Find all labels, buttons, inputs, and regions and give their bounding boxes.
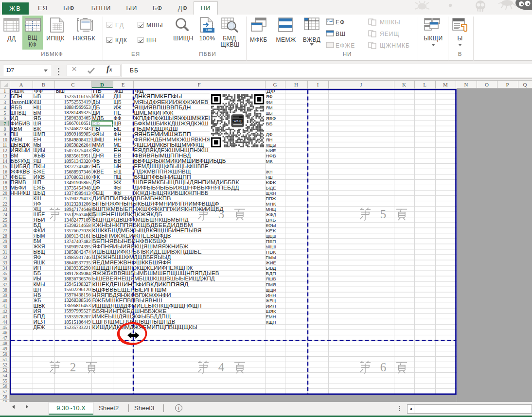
svg-text:20: 20	[2, 191, 7, 196]
svg-text:15190229413: 15190229413	[64, 196, 91, 201]
svg-text:7: 7	[4, 121, 6, 126]
svg-text:ШЫ: ШЫ	[266, 110, 273, 116]
svg-text:ЖН: ЖН	[266, 169, 273, 174]
svg-text:13268388516: 13268388516	[64, 297, 91, 303]
svg-text:15502296120: 15502296120	[64, 287, 91, 292]
svg-text:ЫВД: ЫВД	[266, 265, 277, 271]
svg-text:13735454948: 13735454948	[64, 185, 91, 191]
svg-text:40: 40	[2, 298, 7, 303]
svg-text:39: 39	[2, 293, 7, 298]
svg-text:БПН: БПН	[11, 93, 22, 99]
svg-text:G: G	[273, 82, 277, 87]
svg-text:58: 58	[2, 394, 7, 400]
svg-text:49: 49	[2, 346, 7, 351]
svg-text:15896383465: 15896383465	[64, 115, 91, 121]
svg-text:18836736576: 18836736576	[64, 276, 91, 281]
svg-text:18640537735: 18640537735	[64, 260, 91, 265]
svg-text:N: N	[464, 82, 468, 87]
svg-text:O: O	[485, 82, 489, 87]
svg-text:A: A	[19, 82, 23, 87]
svg-text:9: 9	[4, 132, 6, 137]
svg-text:ЩЩИ: ЩЩИ	[266, 287, 276, 293]
svg-text:ДЕЖ: ДЕЖ	[34, 324, 45, 330]
svg-text:ИИЯ: ИИЯ	[266, 303, 276, 309]
svg-text:МНК: МНК	[266, 201, 276, 207]
svg-text:6: 6	[380, 361, 387, 374]
svg-text:19: 19	[2, 185, 7, 191]
svg-text:56: 56	[2, 383, 7, 389]
svg-text:18909169985: 18909169985	[64, 131, 91, 137]
svg-text:38: 38	[2, 287, 7, 293]
svg-text:WB.Q: WB.Q	[234, 120, 242, 122]
svg-text:ЖЕЩ: ЖЕЩ	[266, 298, 276, 303]
svg-text:47: 47	[2, 335, 7, 341]
svg-text:ПЫЫ: ПЫЫ	[266, 255, 276, 260]
svg-text:26: 26	[2, 223, 7, 228]
svg-text:НШ: НШ	[266, 174, 273, 180]
svg-text:13: 13	[2, 153, 7, 158]
svg-text:13708053100: 13708053100	[64, 174, 91, 180]
svg-text:25: 25	[2, 217, 7, 223]
svg-text:НННФШ: НННФШ	[11, 190, 30, 196]
svg-text:ПМЯ: ПМЯ	[266, 282, 276, 287]
svg-text:ПВК: ПВК	[266, 249, 277, 255]
svg-text:2: 2	[70, 361, 76, 374]
svg-text:18884969653: 18884969653	[64, 104, 91, 110]
svg-text:13374989413: 13374989413	[64, 191, 91, 196]
svg-text:ДФ: ДФ	[266, 132, 273, 137]
svg-text:E: E	[122, 82, 125, 87]
svg-text:ВБ: ВБ	[266, 121, 273, 126]
svg-text:57: 57	[2, 389, 7, 394]
svg-text:13696816453: 13696816453	[64, 303, 91, 308]
svg-text:15752553419: 15752553419	[64, 99, 91, 104]
svg-text:13576627028: 13576627028	[64, 228, 91, 233]
svg-text:34: 34	[2, 265, 7, 271]
svg-text:18947174648: 18947174648	[64, 207, 91, 212]
svg-text:4: 4	[4, 105, 6, 110]
svg-text:41: 41	[2, 303, 7, 309]
svg-text:51: 51	[2, 357, 7, 362]
svg-text:H: H	[294, 82, 298, 87]
svg-text:21: 21	[2, 196, 7, 201]
svg-text:18951343320: 18951343320	[64, 158, 91, 164]
svg-text:50: 50	[2, 351, 7, 357]
svg-text:33: 33	[2, 260, 7, 265]
svg-text:C: C	[71, 82, 74, 87]
svg-text:15945198327: 15945198327	[64, 281, 91, 287]
svg-text:10: 10	[2, 137, 7, 142]
svg-text:13985931746: 13985931746	[64, 255, 91, 260]
svg-text:ФМ: ФМ	[266, 100, 273, 105]
svg-text:13839335290: 13839335290	[64, 265, 91, 271]
svg-text:52: 52	[2, 362, 7, 367]
svg-text:КЕК: КЕК	[266, 228, 277, 233]
svg-text:35: 35	[2, 271, 7, 276]
svg-text:ЩЖН: ЩЖН	[266, 191, 276, 196]
svg-text:46: 46	[2, 330, 7, 335]
svg-text:B: B	[42, 82, 45, 87]
svg-text:2: 2	[4, 94, 6, 99]
svg-text:МК: МК	[266, 158, 273, 164]
svg-text:44: 44	[2, 319, 7, 325]
svg-text:5: 5	[4, 110, 6, 116]
svg-text:F: F	[197, 82, 200, 87]
svg-text:53: 53	[2, 367, 7, 373]
svg-text:4: 4	[218, 361, 225, 374]
svg-text:18281489325: 18281489325	[64, 110, 91, 115]
svg-text:3: 3	[4, 100, 6, 105]
svg-text:КЩЯ: КЩЯ	[266, 319, 276, 325]
svg-text:ЕМН: ЕМН	[266, 314, 276, 319]
svg-text:КФЫ: КФЫ	[266, 223, 276, 228]
svg-text:15073375433: 15073375433	[64, 148, 91, 153]
svg-text:18727743487: 18727743487	[64, 164, 91, 169]
svg-text:ЯШВ: ЯШВ	[266, 276, 276, 281]
svg-text:15849808412: 15849808412	[64, 137, 91, 142]
svg-text:ЯМ: ЯМ	[266, 105, 273, 110]
svg-text:L: L	[423, 82, 426, 87]
svg-text:15935978207: 15935978207	[64, 314, 91, 319]
svg-text:15: 15	[2, 164, 7, 169]
svg-text:ЖФД: ЖФД	[266, 212, 277, 217]
svg-text:15997995527: 15997995527	[64, 308, 91, 313]
svg-text:13858842474: 13858842474	[64, 249, 91, 255]
svg-text:P: P	[506, 82, 509, 87]
svg-text:13747407482: 13747407482	[64, 239, 91, 244]
